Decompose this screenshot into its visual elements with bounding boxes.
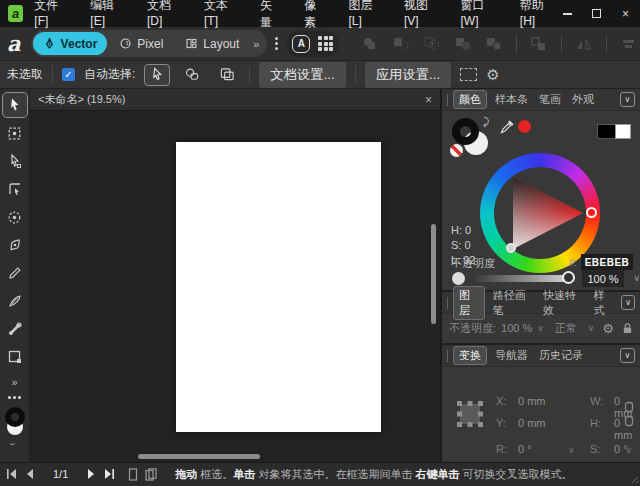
minimize-button[interactable]: [553, 0, 582, 27]
vector-brush-tool[interactable]: [2, 288, 28, 314]
vertical-scrollbar[interactable]: [431, 224, 436, 324]
opacity-slider-thumb[interactable]: [562, 271, 575, 284]
layers-opacity-chevron[interactable]: ∨: [537, 323, 544, 333]
tab-color[interactable]: 颜色: [453, 90, 487, 109]
corner-tool[interactable]: [2, 176, 28, 202]
next-page-icon[interactable]: [87, 469, 96, 479]
r-chevron[interactable]: ∨: [568, 445, 575, 455]
menu-file[interactable]: 文件[F]: [34, 0, 66, 31]
link-dimensions-icon[interactable]: [623, 401, 635, 427]
anchor-selector[interactable]: [455, 399, 485, 429]
auto-select-checkbox[interactable]: ✓: [62, 68, 75, 81]
arrange-order-icon[interactable]: [530, 36, 548, 52]
boolean-add-icon[interactable]: [361, 36, 379, 52]
boolean-subtract-icon[interactable]: [392, 36, 410, 52]
persona-layout[interactable]: Layout: [175, 32, 249, 55]
tab-appearance[interactable]: 外观: [569, 91, 597, 108]
select-object-mode-button[interactable]: [179, 64, 205, 86]
flip-icon[interactable]: [575, 36, 593, 52]
select-cursor-mode-button[interactable]: [144, 64, 170, 86]
layers-opacity-value[interactable]: 100 %: [501, 322, 532, 334]
align-icon[interactable]: [620, 36, 638, 52]
menu-document[interactable]: 文档[D]: [147, 0, 180, 31]
stroke-color-well[interactable]: [452, 118, 479, 145]
select-layer-mode-button[interactable]: [214, 64, 240, 86]
last-page-icon[interactable]: [103, 469, 115, 479]
r-field[interactable]: 0 °: [518, 443, 532, 455]
swap-fill-stroke-icon[interactable]: ⤸: [483, 116, 489, 128]
marching-ants-icon[interactable]: [460, 68, 477, 81]
panel-drag-handle[interactable]: [447, 94, 448, 106]
canvas[interactable]: [30, 111, 440, 462]
layer-settings-gear-icon[interactable]: ⚙: [602, 321, 614, 336]
menu-edit[interactable]: 编辑[E]: [90, 0, 123, 31]
app-settings-button[interactable]: 应用设置...: [365, 62, 451, 88]
menu-text[interactable]: 文本[T]: [204, 0, 236, 31]
artboard-tool[interactable]: [2, 120, 28, 146]
toolbar-options-icon[interactable]: [275, 37, 278, 50]
layers-panel-menu-button[interactable]: ∨: [621, 295, 635, 310]
tools-more-icon[interactable]: [8, 396, 21, 399]
document-tab-close-icon[interactable]: ×: [425, 93, 432, 107]
tab-effects[interactable]: 快速特效: [540, 287, 585, 319]
snapping-grid-icon[interactable]: [318, 36, 333, 51]
boolean-divide-icon[interactable]: [454, 36, 472, 52]
persona-pixel[interactable]: Pixel: [109, 32, 173, 55]
opacity-dropdown-chevron[interactable]: ∨: [633, 273, 640, 283]
horizontal-scrollbar[interactable]: [138, 454, 260, 459]
document-tab-title[interactable]: <未命名> (19.5%): [38, 92, 125, 107]
menu-window[interactable]: 窗口[W]: [460, 0, 495, 31]
page-spread-icon[interactable]: [145, 468, 157, 481]
tab-styles[interactable]: 样式: [591, 287, 617, 319]
opacity-swatch[interactable]: [452, 272, 465, 285]
node-tool[interactable]: [2, 148, 28, 174]
point-transform-tool[interactable]: [2, 204, 28, 230]
pen-tool[interactable]: [2, 232, 28, 258]
color-mode-toggle[interactable]: [597, 124, 631, 139]
hex-input[interactable]: EBEBEB: [581, 254, 633, 270]
persona-overflow-chevron[interactable]: »: [251, 38, 261, 50]
tab-stroke[interactable]: 笔画: [536, 91, 564, 108]
tab-layers[interactable]: 图层: [453, 286, 485, 320]
panel-drag-handle[interactable]: [447, 297, 448, 309]
document-page[interactable]: [176, 142, 381, 432]
eyedropper-icon[interactable]: [499, 119, 515, 135]
stroke-swatch[interactable]: [5, 407, 25, 427]
lock-icon[interactable]: [622, 322, 633, 335]
y-field[interactable]: 0 mm: [518, 417, 546, 429]
tab-navigator[interactable]: 导航器: [492, 347, 531, 364]
tab-history[interactable]: 历史记录: [536, 347, 586, 364]
tab-swatches[interactable]: 样本条: [492, 91, 531, 108]
blend-mode-chevron[interactable]: ∨: [588, 323, 595, 333]
opacity-slider[interactable]: [475, 275, 567, 282]
tab-transform[interactable]: 变换: [453, 346, 487, 365]
sl-selector[interactable]: [506, 243, 516, 253]
fill-stroke-selector[interactable]: ⌣: [2, 407, 28, 441]
menu-layer[interactable]: 图层[L]: [348, 0, 379, 31]
blend-mode-select[interactable]: 正常: [555, 321, 577, 336]
swap-colors-icon[interactable]: ⌣: [10, 438, 16, 449]
hue-selector[interactable]: [586, 207, 597, 218]
persona-vector[interactable]: Vector: [33, 32, 108, 55]
menu-help[interactable]: 帮助[H]: [520, 0, 553, 31]
picked-color-swatch[interactable]: [518, 120, 531, 133]
document-settings-button[interactable]: 文档设置...: [259, 62, 345, 88]
first-page-icon[interactable]: [6, 469, 18, 479]
pencil-tool[interactable]: [2, 260, 28, 286]
close-button[interactable]: ×: [611, 0, 640, 27]
opacity-value-input[interactable]: 100 %: [582, 270, 624, 287]
panel-drag-handle[interactable]: [447, 350, 448, 362]
menu-pixel[interactable]: 像素: [304, 0, 324, 31]
resize-grip-icon[interactable]: [629, 474, 638, 483]
no-color-well[interactable]: [450, 144, 463, 157]
transform-panel-menu-button[interactable]: ∨: [620, 348, 635, 363]
menu-vector[interactable]: 矢量: [260, 0, 280, 31]
rectangle-tool[interactable]: [2, 344, 28, 370]
boolean-intersect-icon[interactable]: [423, 36, 441, 52]
tools-overflow-chevron[interactable]: »: [11, 376, 17, 388]
tab-brushes[interactable]: 路径画笔: [490, 287, 535, 319]
prev-page-icon[interactable]: [25, 469, 34, 479]
maximize-button[interactable]: [582, 0, 611, 27]
gear-icon[interactable]: ⚙: [486, 66, 499, 84]
color-panel-menu-button[interactable]: ∨: [620, 92, 635, 107]
